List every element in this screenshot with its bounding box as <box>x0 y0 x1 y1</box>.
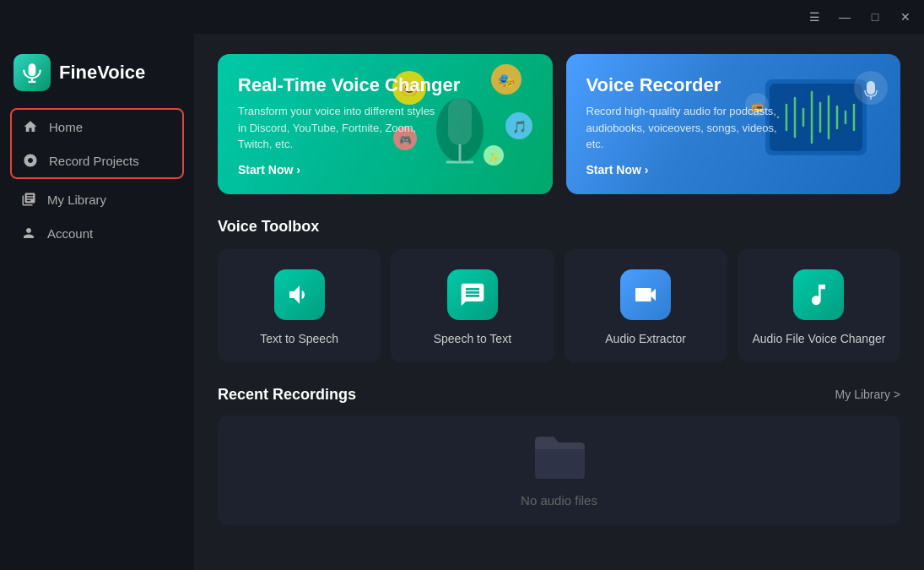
afvc-label: Audio File Voice Changer <box>752 332 885 345</box>
logo-area: FineVoice <box>10 47 184 108</box>
tool-tts[interactable]: Text to Speech <box>218 249 381 362</box>
account-icon <box>20 225 37 242</box>
vr-title: Voice Recorder <box>586 74 881 96</box>
home-label: Home <box>49 120 83 134</box>
my-library-link[interactable]: My Library > <box>835 388 900 401</box>
home-icon <box>22 118 39 135</box>
title-bar: ☰ — □ ✕ <box>0 0 924 34</box>
empty-folder-icon <box>530 432 589 483</box>
menu-button[interactable]: ☰ <box>806 8 823 25</box>
vr-cta[interactable]: Start Now › <box>586 163 649 176</box>
recordings-area: No audio files <box>218 415 900 525</box>
sidebar: FineVoice Home Record Projects <box>0 34 194 570</box>
stt-label: Speech to Text <box>434 332 511 345</box>
no-files-text: No audio files <box>521 493 597 508</box>
active-nav-group: Home Record Projects <box>10 108 184 179</box>
ae-icon <box>620 269 671 320</box>
library-icon <box>20 191 37 208</box>
vr-description: Record high-quality audio for podcasts, … <box>586 103 789 153</box>
afvc-icon <box>793 269 844 320</box>
stt-svg <box>459 281 486 308</box>
sidebar-item-account[interactable]: Account <box>10 216 184 250</box>
svg-text:✨: ✨ <box>488 151 500 163</box>
vc-description: Transform your voice into different styl… <box>238 103 440 153</box>
tool-afvc[interactable]: Audio File Voice Changer <box>738 249 900 362</box>
ae-label: Audio Extractor <box>605 332 686 345</box>
window-controls: ☰ — □ ✕ <box>806 8 914 25</box>
microphone-logo-icon <box>21 62 43 84</box>
my-library-label: My Library <box>47 193 106 207</box>
tts-label: Text to Speech <box>260 332 338 345</box>
toolbox-grid: Text to Speech Speech to Text Audi <box>218 249 900 362</box>
svg-text:🎵: 🎵 <box>511 120 527 134</box>
app-name: FineVoice <box>59 62 145 84</box>
tts-svg <box>286 281 313 308</box>
maximize-button[interactable]: □ <box>867 8 883 25</box>
main-content: Real-Time Voice Changer Transform your v… <box>194 34 924 570</box>
ae-svg <box>632 281 659 308</box>
app-layout: FineVoice Home Record Projects <box>0 34 924 570</box>
vc-cta[interactable]: Start Now › <box>238 163 300 176</box>
record-icon <box>22 152 39 169</box>
sidebar-item-home[interactable]: Home <box>12 110 182 144</box>
tts-icon <box>274 269 325 320</box>
app-logo-icon <box>14 54 51 91</box>
afvc-svg <box>805 281 832 308</box>
toolbox-title: Voice Toolbox <box>218 218 900 236</box>
sidebar-item-my-library[interactable]: My Library <box>10 182 184 216</box>
record-projects-label: Record Projects <box>49 154 139 168</box>
banner-row: Real-Time Voice Changer Transform your v… <box>218 54 900 194</box>
account-label: Account <box>47 226 93 241</box>
voice-changer-banner[interactable]: Real-Time Voice Changer Transform your v… <box>218 54 553 194</box>
minimize-button[interactable]: — <box>836 8 853 25</box>
voice-recorder-banner[interactable]: Voice Recorder Record high-quality audio… <box>566 54 901 194</box>
tool-ae[interactable]: Audio Extractor <box>565 249 727 362</box>
svg-rect-1 <box>448 98 472 145</box>
stt-icon <box>447 269 498 320</box>
recordings-title: Recent Recordings <box>218 386 356 404</box>
vc-title: Real-Time Voice Changer <box>238 74 532 96</box>
sidebar-item-record-projects[interactable]: Record Projects <box>12 144 182 177</box>
close-button[interactable]: ✕ <box>897 8 914 25</box>
recordings-header: Recent Recordings My Library > <box>218 386 900 404</box>
tool-stt[interactable]: Speech to Text <box>391 249 554 362</box>
